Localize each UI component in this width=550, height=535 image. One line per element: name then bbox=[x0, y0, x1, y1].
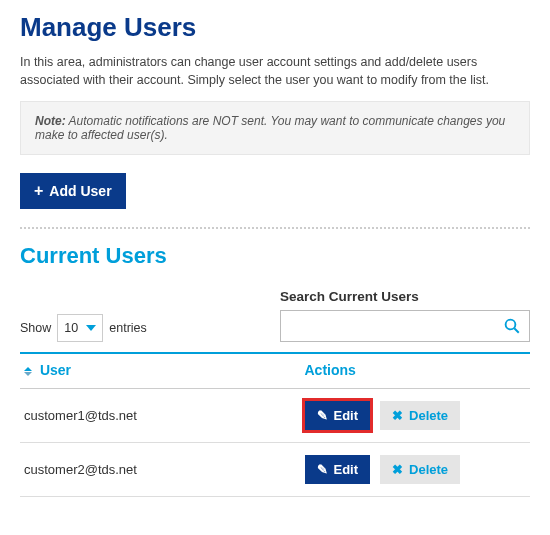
delete-label: Delete bbox=[409, 408, 448, 423]
entries-label: entries bbox=[109, 321, 147, 335]
section-title: Current Users bbox=[20, 243, 530, 269]
add-user-button[interactable]: + Add User bbox=[20, 173, 126, 209]
svg-point-0 bbox=[506, 320, 516, 330]
delete-label: Delete bbox=[409, 462, 448, 477]
user-cell: customer1@tds.net bbox=[20, 389, 301, 443]
delete-button[interactable]: ✖ Delete bbox=[380, 455, 460, 484]
search-icon[interactable] bbox=[503, 317, 521, 335]
search-input[interactable] bbox=[289, 318, 503, 335]
note-label: Note: bbox=[35, 114, 66, 128]
sort-icon bbox=[24, 367, 32, 376]
col-user-header[interactable]: User bbox=[20, 353, 301, 389]
col-actions-label: Actions bbox=[305, 362, 356, 378]
col-user-label: User bbox=[40, 362, 71, 378]
close-icon: ✖ bbox=[392, 462, 403, 477]
plus-icon: + bbox=[34, 183, 43, 199]
search-label: Search Current Users bbox=[280, 289, 530, 304]
chevron-down-icon bbox=[86, 325, 96, 331]
table-row: customer2@tds.net ✎ Edit ✖ Delete bbox=[20, 443, 530, 497]
note-text: Automatic notifications are NOT sent. Yo… bbox=[35, 114, 505, 142]
users-table: User Actions customer1@tds.net ✎ Edit bbox=[20, 352, 530, 497]
edit-button[interactable]: ✎ Edit bbox=[305, 401, 371, 430]
section-divider bbox=[20, 227, 530, 229]
user-cell: customer2@tds.net bbox=[20, 443, 301, 497]
table-row: customer1@tds.net ✎ Edit ✖ Delete bbox=[20, 389, 530, 443]
entries-value: 10 bbox=[64, 321, 78, 335]
intro-text: In this area, administrators can change … bbox=[20, 53, 530, 89]
svg-line-1 bbox=[514, 329, 519, 334]
show-label: Show bbox=[20, 321, 51, 335]
pencil-icon: ✎ bbox=[317, 462, 328, 477]
edit-button[interactable]: ✎ Edit bbox=[305, 455, 371, 484]
add-user-label: Add User bbox=[49, 183, 111, 199]
edit-label: Edit bbox=[334, 408, 359, 423]
entries-select[interactable]: 10 bbox=[57, 314, 103, 342]
col-actions-header: Actions bbox=[301, 353, 531, 389]
note-box: Note: Automatic notifications are NOT se… bbox=[20, 101, 530, 155]
search-field[interactable] bbox=[280, 310, 530, 342]
edit-label: Edit bbox=[334, 462, 359, 477]
delete-button[interactable]: ✖ Delete bbox=[380, 401, 460, 430]
close-icon: ✖ bbox=[392, 408, 403, 423]
show-entries-control: Show 10 entries bbox=[20, 314, 147, 342]
pencil-icon: ✎ bbox=[317, 408, 328, 423]
page-title: Manage Users bbox=[20, 12, 530, 43]
